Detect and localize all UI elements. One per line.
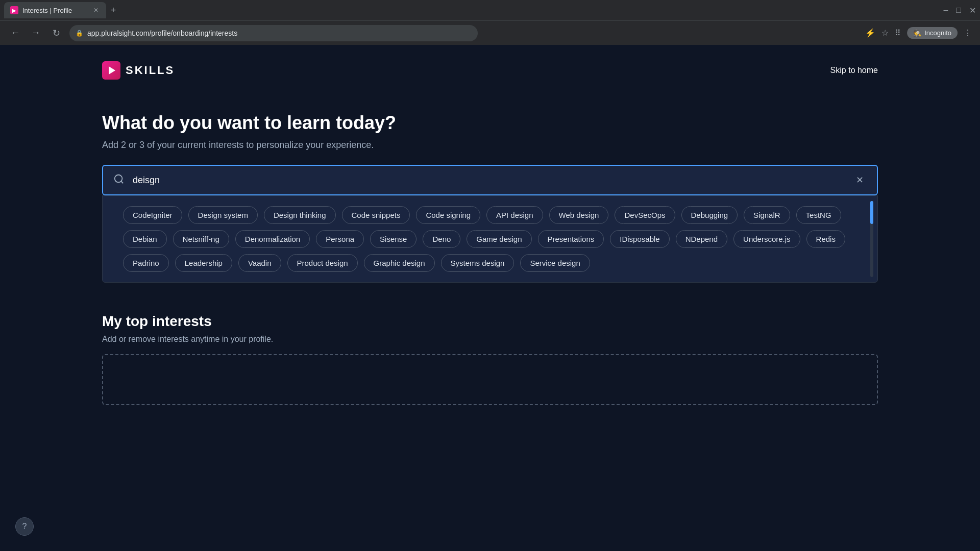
tag-item[interactable]: Product design	[287, 254, 358, 272]
browser-menu-icon[interactable]: ⠿	[895, 28, 901, 38]
skip-to-home-link[interactable]: Skip to home	[830, 66, 878, 75]
interests-title: My top interests	[102, 313, 878, 330]
dropdown-scrollbar[interactable]	[870, 201, 873, 277]
bookmark-icon[interactable]: ☆	[881, 28, 889, 38]
tag-item[interactable]: Persona	[316, 230, 364, 248]
svg-line-1	[121, 181, 123, 183]
interests-box	[102, 354, 878, 405]
tag-item[interactable]: Design system	[188, 206, 258, 224]
browser-tab[interactable]: ▶ Interests | Profile ✕	[4, 2, 106, 18]
page-subtitle: Add 2 or 3 of your current interests to …	[102, 140, 878, 151]
tag-item[interactable]: Padrino	[123, 254, 169, 272]
toolbar-right: ⚡ ☆ ⠿ 🕵 Incognito ⋮	[865, 27, 972, 39]
search-input-value: deisgn	[133, 175, 844, 186]
close-window-button[interactable]: ✕	[969, 6, 976, 15]
lock-icon: 🔒	[76, 30, 83, 37]
tag-item[interactable]: Code snippets	[342, 206, 410, 224]
tag-item[interactable]: TestNG	[796, 206, 841, 224]
browser-titlebar: ▶ Interests | Profile ✕ + – □ ✕	[0, 0, 980, 20]
svg-point-0	[115, 174, 122, 182]
address-text: app.pluralsight.com/profile/onboarding/i…	[87, 29, 237, 37]
tag-item[interactable]: Underscore.js	[733, 230, 800, 248]
search-icon	[113, 173, 125, 187]
tag-item[interactable]: SignalR	[744, 206, 790, 224]
tag-item[interactable]: Graphic design	[364, 254, 435, 272]
address-bar[interactable]: 🔒 app.pluralsight.com/profile/onboarding…	[69, 25, 478, 41]
search-clear-button[interactable]: ✕	[852, 173, 867, 187]
interests-subtitle: Add or remove interests anytime in your …	[102, 335, 878, 344]
search-dropdown: CodeIgniterDesign systemDesign thinkingC…	[102, 195, 878, 283]
minimize-button[interactable]: –	[943, 6, 948, 15]
tag-item[interactable]: Design thinking	[264, 206, 336, 224]
forward-button[interactable]: →	[29, 26, 43, 40]
tag-item[interactable]: Vaadin	[238, 254, 281, 272]
tag-item[interactable]: Service design	[520, 254, 590, 272]
tag-item[interactable]: Sisense	[370, 230, 416, 248]
page-content: SKILLS Skip to home What do you want to …	[0, 45, 980, 551]
extensions-icon[interactable]: ⚡	[865, 28, 875, 38]
play-icon	[109, 66, 115, 74]
tab-close-button[interactable]: ✕	[92, 6, 100, 14]
tag-item[interactable]: IDisposable	[610, 230, 669, 248]
incognito-icon: 🕵	[913, 29, 921, 37]
interests-section: My top interests Add or remove interests…	[102, 313, 878, 405]
tag-item[interactable]: Denormalization	[235, 230, 310, 248]
new-tab-button[interactable]: +	[106, 3, 120, 17]
tag-item[interactable]: Debian	[123, 230, 167, 248]
logo-icon	[102, 61, 120, 80]
tag-item[interactable]: API design	[486, 206, 543, 224]
incognito-indicator: 🕵 Incognito	[907, 27, 958, 39]
search-container: deisgn ✕ CodeIgniterDesign systemDesign …	[102, 165, 878, 283]
tag-item[interactable]: CodeIgniter	[123, 206, 182, 224]
search-box[interactable]: deisgn ✕	[102, 165, 878, 195]
logo-text: SKILLS	[126, 64, 175, 77]
refresh-button[interactable]: ↻	[49, 26, 63, 40]
tag-item[interactable]: Deno	[423, 230, 460, 248]
tag-item[interactable]: Leadership	[175, 254, 232, 272]
window-controls: – □ ✕	[943, 6, 976, 15]
tag-item[interactable]: Redis	[806, 230, 845, 248]
chrome-menu-icon[interactable]: ⋮	[964, 28, 972, 38]
tab-favicon: ▶	[10, 6, 18, 14]
back-button[interactable]: ←	[8, 26, 22, 40]
tag-item[interactable]: Code signing	[416, 206, 480, 224]
tag-item[interactable]: Debugging	[681, 206, 738, 224]
tag-item[interactable]: Systems design	[441, 254, 514, 272]
main-content: What do you want to learn today? Add 2 o…	[0, 92, 980, 405]
logo: SKILLS	[102, 61, 175, 80]
tag-item[interactable]: DevSecOps	[615, 206, 675, 224]
tag-item[interactable]: Game design	[467, 230, 531, 248]
tab-title: Interests | Profile	[22, 7, 88, 14]
tag-item[interactable]: Web design	[549, 206, 609, 224]
browser-chrome: ▶ Interests | Profile ✕ + – □ ✕ ← → ↻ 🔒 …	[0, 0, 980, 45]
tag-item[interactable]: NDepend	[676, 230, 727, 248]
maximize-button[interactable]: □	[956, 6, 961, 15]
help-button[interactable]: ?	[15, 517, 34, 536]
tag-item[interactable]: Presentations	[538, 230, 604, 248]
tag-item[interactable]: Netsniff-ng	[173, 230, 229, 248]
browser-toolbar: ← → ↻ 🔒 app.pluralsight.com/profile/onbo…	[0, 20, 980, 45]
header: SKILLS Skip to home	[0, 45, 980, 92]
page-title: What do you want to learn today?	[102, 112, 878, 134]
